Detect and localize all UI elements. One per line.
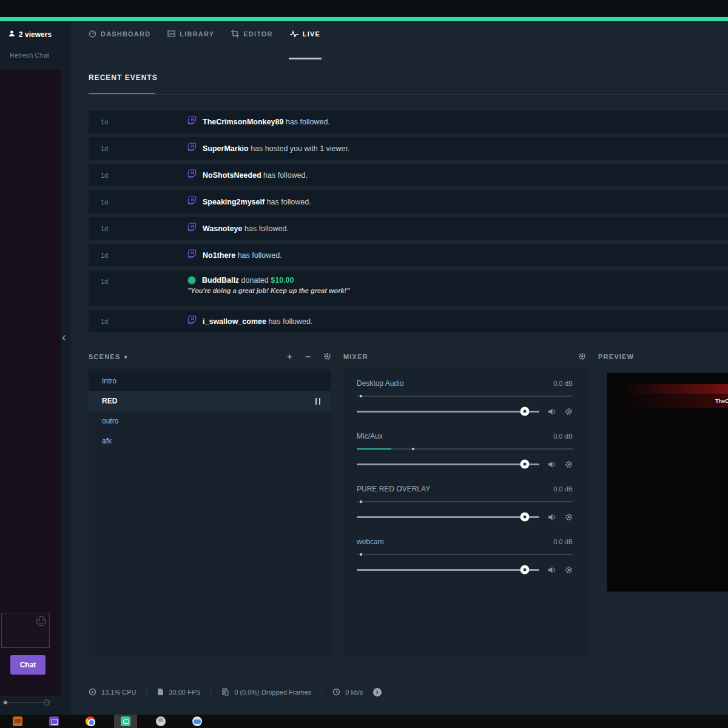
speaker-icon[interactable] <box>548 408 556 416</box>
event-text: has followed. <box>244 224 289 233</box>
chat-input[interactable] <box>1 613 50 648</box>
windows-taskbar <box>0 715 728 728</box>
smiley-icon[interactable] <box>36 616 46 626</box>
mixer-panel: Desktop Audio 0.0 dB <box>343 368 586 656</box>
cpu-value: 13.1% CPU <box>101 689 136 696</box>
volume-slider[interactable] <box>357 516 539 518</box>
channel-settings-gear-icon[interactable] <box>565 566 573 574</box>
collapse-chat-button[interactable]: ‹ <box>62 331 66 343</box>
clock-icon <box>332 688 340 697</box>
event-text: has followed. <box>238 251 282 260</box>
speaker-icon[interactable] <box>548 513 556 521</box>
twitch-app-icon <box>49 716 59 726</box>
scene-item[interactable]: Intro <box>89 371 331 391</box>
event-user: BuddBallz <box>202 276 239 285</box>
mixer-settings-gear-icon[interactable] <box>578 352 586 362</box>
taskbar-app-twitch[interactable] <box>42 715 66 728</box>
tab-dashboard-label: DASHBOARD <box>101 30 150 38</box>
taskbar-app-steam[interactable] <box>149 715 172 728</box>
tab-dashboard[interactable]: DASHBOARD <box>89 30 150 38</box>
info-icon[interactable]: i <box>373 688 382 696</box>
volume-slider[interactable] <box>357 463 539 465</box>
volume-slider[interactable] <box>357 411 539 413</box>
channel-settings-gear-icon[interactable] <box>565 513 573 521</box>
chat-size-slider-track[interactable] <box>2 702 50 703</box>
drag-handle-icon[interactable] <box>315 398 320 405</box>
dropped-frames-status: 0 (0.0%) Dropped Frames <box>221 688 311 697</box>
add-scene-button[interactable]: + <box>287 352 293 361</box>
event-row[interactable]: 1d TheCrimsonMonkey89 has followed. <box>89 110 728 133</box>
channel-settings-gear-icon[interactable] <box>565 408 573 416</box>
twitch-icon <box>187 315 197 327</box>
preview-alert-text: TheCrimsonMonkey89 <box>715 398 728 404</box>
speaker-icon[interactable] <box>548 566 556 574</box>
event-row[interactable]: 1d Wasnoteye has followed. <box>89 217 728 240</box>
donation-icon <box>187 276 196 285</box>
accent-line <box>0 17 728 21</box>
viewer-count: 2 viewers <box>8 30 52 39</box>
chat-send-button[interactable]: Chat <box>10 655 46 675</box>
scene-item[interactable]: outro <box>89 411 331 431</box>
cpu-status: 13.1% CPU <box>89 688 136 697</box>
volume-slider-knob[interactable] <box>520 407 529 416</box>
remove-scene-button[interactable]: − <box>305 352 311 361</box>
steam-icon <box>156 716 166 726</box>
taskbar-app-streamlabs[interactable] <box>114 715 137 728</box>
event-time: 1d <box>89 225 187 232</box>
fps-file-icon <box>157 688 164 697</box>
tab-library[interactable]: LIBRARY <box>167 30 214 38</box>
event-row[interactable]: 1d NoShotsNeeded has followed. <box>89 164 728 186</box>
chat-size-slider[interactable] <box>2 699 55 706</box>
fps-value: 30.00 FPS <box>169 689 200 696</box>
chat-size-slider-knob[interactable] <box>4 701 7 704</box>
event-time: 1d <box>89 318 187 325</box>
donation-message: "You're doing a great job! Keep up the g… <box>187 287 350 294</box>
person-icon <box>8 30 15 39</box>
app-icon-orange <box>13 716 22 726</box>
tab-live[interactable]: LIVE <box>290 30 320 38</box>
volume-slider[interactable] <box>357 569 539 571</box>
channel-db-value: 0.0 dB <box>553 538 573 545</box>
scenes-settings-gear-icon[interactable] <box>323 352 331 362</box>
scenes-header: SCENES ▾ + − <box>89 349 331 365</box>
main-area: DASHBOARD LIBRARY EDITOR LIVE <box>72 21 728 715</box>
taskbar-app-orange[interactable] <box>6 715 29 728</box>
event-row[interactable]: 1d No1there has followed. <box>89 244 728 266</box>
chat-sidebar: 2 viewers Refresh Chat Chat <box>0 21 72 715</box>
volume-slider-knob[interactable] <box>520 460 529 469</box>
mixer-header: MIXER <box>343 349 586 365</box>
event-row[interactable]: 1d SuperMarkio has hosted you with 1 vie… <box>89 137 728 160</box>
dropped-frames-icon <box>221 688 229 697</box>
event-text: has followed. <box>263 171 308 180</box>
event-time: 1d <box>89 118 187 126</box>
channel-name: Mic/Aux <box>357 432 383 440</box>
taskbar-app-browser[interactable] <box>186 715 209 728</box>
event-user: Wasnoteye <box>203 224 243 233</box>
event-row[interactable]: 1d Speaking2myself has followed. <box>89 190 728 213</box>
mixer-channel: Mic/Aux 0.0 dB <box>357 432 573 469</box>
taskbar-app-chrome[interactable] <box>79 715 102 728</box>
live-icon <box>290 30 298 38</box>
scenes-title: SCENES <box>89 353 120 360</box>
scene-item-selected[interactable]: RED <box>89 391 331 411</box>
scene-item[interactable]: afk <box>89 431 331 451</box>
channel-name: PURE RED OVERLAY <box>357 485 430 493</box>
channel-settings-gear-icon[interactable] <box>565 460 573 468</box>
event-row[interactable]: 1d i_swallow_comee has followed. <box>89 310 728 332</box>
volume-slider-knob[interactable] <box>520 513 529 522</box>
event-text: has followed. <box>267 198 311 206</box>
speaker-icon[interactable] <box>548 460 556 468</box>
bitrate-status: 0 kb/s <box>332 688 363 697</box>
event-row-donation[interactable]: 1d BuddBallz donated $10.00 "You're doin… <box>89 271 728 306</box>
chevron-down-icon[interactable]: ▾ <box>124 354 127 360</box>
volume-slider-knob[interactable] <box>520 565 529 575</box>
recent-events-title: RECENT EVENTS <box>89 73 158 82</box>
event-user: NoShotsNeeded <box>203 171 261 180</box>
tab-editor[interactable]: EDITOR <box>231 30 273 38</box>
section-divider <box>89 94 728 95</box>
preview-title: PREVIEW <box>598 353 634 360</box>
dashboard-icon <box>89 30 96 38</box>
chat-messages-area[interactable] <box>0 70 61 696</box>
fps-status: 30.00 FPS <box>157 688 200 697</box>
refresh-chat-link[interactable]: Refresh Chat <box>10 52 49 59</box>
